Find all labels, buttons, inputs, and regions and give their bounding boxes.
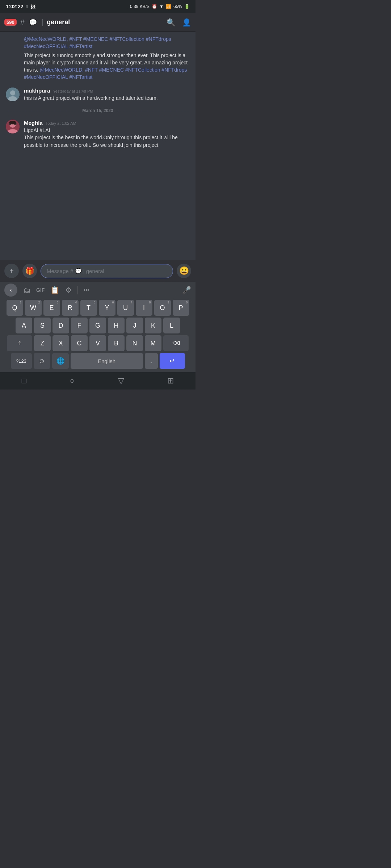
sticker-icon[interactable]: 🗂 <box>23 286 30 294</box>
avatar-img <box>6 88 20 101</box>
key-l[interactable]: L <box>163 318 180 333</box>
message-content: Meghla Today at 1:02 AM LigoAI #LAI This… <box>24 120 190 149</box>
globe-key[interactable]: 🌐 <box>52 353 69 369</box>
message-content: mukhpura Yesterday at 11:48 PM this is A… <box>24 88 190 102</box>
divider-line <box>116 111 190 111</box>
key-s[interactable]: S <box>34 318 51 333</box>
key-r[interactable]: 4R <box>62 300 79 316</box>
gift-icon: 🎁 <box>25 267 34 275</box>
key-v[interactable]: V <box>89 335 106 351</box>
key-z[interactable]: Z <box>34 335 51 351</box>
mention: @MecNecWORLD, #NFT #MECNEC #NFTCollectio… <box>24 36 171 49</box>
key-n[interactable]: N <box>126 335 143 351</box>
profile-icon[interactable]: 👤 <box>182 18 191 27</box>
header-icons: 🔍 👤 <box>167 18 191 27</box>
shift-key[interactable]: ⇧ <box>7 335 32 351</box>
list-item: @MecNecWORLD, #NFT #MECNEC #NFTCollectio… <box>0 35 196 51</box>
back-icon: ‹ <box>10 287 12 293</box>
username: mukhpura <box>24 88 50 94</box>
status-time: 1:02:22 <box>6 4 23 9</box>
avatar <box>6 120 20 133</box>
clipboard-icon[interactable]: 📋 <box>50 286 59 294</box>
chat-area: @MecNecWORLD, #NFT #MECNEC #NFTCollectio… <box>0 32 196 260</box>
svg-point-1 <box>10 90 15 95</box>
space-key[interactable]: English <box>71 353 143 369</box>
list-item: This project is running smoothly and str… <box>0 51 196 82</box>
message-text: @MecNecWORLD, #NFT #MECNEC #NFTCollectio… <box>24 35 190 50</box>
message-header: Meghla Today at 1:02 AM <box>24 120 190 126</box>
keyboard-row-3: ⇧ Z X C V B N M ⌫ <box>1 335 194 351</box>
avatar-img <box>6 120 20 133</box>
gif-button[interactable]: GIF <box>36 287 45 293</box>
nav-home-icon[interactable]: ○ <box>70 376 75 386</box>
alarm-icon: ⏰ <box>152 4 157 9</box>
key-o[interactable]: 9O <box>154 300 171 316</box>
timestamp: Today at 1:02 AM <box>46 121 76 125</box>
key-u[interactable]: 7U <box>117 300 134 316</box>
keyboard-row-2: A S D F G H J K L <box>1 318 194 333</box>
key-y[interactable]: 6Y <box>99 300 115 316</box>
key-w[interactable]: 2W <box>25 300 42 316</box>
svg-point-8 <box>9 121 16 124</box>
num-key[interactable]: ?123 <box>11 353 32 369</box>
key-x[interactable]: X <box>52 335 69 351</box>
list-item: mukhpura Yesterday at 11:48 PM this is A… <box>0 85 196 104</box>
emoji-button[interactable]: 😀 <box>177 264 191 278</box>
search-icon[interactable]: 🔍 <box>167 18 176 27</box>
key-t[interactable]: 5T <box>80 300 97 316</box>
mic-icon[interactable]: 🎤 <box>182 286 191 294</box>
key-g[interactable]: G <box>89 318 106 333</box>
key-k[interactable]: K <box>145 318 161 333</box>
key-q[interactable]: 1Q <box>7 300 23 316</box>
message-text: This project is running smoothly and str… <box>24 52 190 81</box>
date-divider: March 15, 2023 <box>0 104 196 118</box>
nav-grid-icon[interactable]: ⊞ <box>167 376 174 386</box>
status-right: 0.39 KB/S ⏰ ▼ 📶 65% 🔋 <box>130 4 190 9</box>
status-bar: 1:02:22  🖼 0.39 KB/S ⏰ ▼ 📶 65% 🔋 <box>0 0 196 13</box>
plus-icon: + <box>9 267 14 275</box>
keyboard-back-button[interactable]: ‹ <box>4 284 17 297</box>
header: 590 # 💬 | general 🔍 👤 <box>0 13 196 32</box>
key-d[interactable]: D <box>52 318 69 333</box>
key-c[interactable]: C <box>71 335 88 351</box>
timestamp: Yesterday at 11:48 PM <box>53 89 93 93</box>
divider-icon: | <box>41 18 43 26</box>
hashtags: @MecNecWORLD, #NFT #MECNEC #NFTCollectio… <box>24 67 187 80</box>
channel-name: general <box>47 18 163 26</box>
key-j[interactable]: J <box>126 318 143 333</box>
emoji-icon: 😀 <box>179 266 189 276</box>
key-e[interactable]: 3E <box>43 300 60 316</box>
enter-key[interactable]: ↵ <box>160 353 185 369</box>
key-p[interactable]: 0P <box>173 300 189 316</box>
message-text: this is A great project with a hardworki… <box>24 94 190 102</box>
image-icon: 🖼 <box>31 4 35 9</box>
battery-icon: 🔋 <box>184 4 190 9</box>
add-button[interactable]: + <box>4 264 19 278</box>
nav-back-icon[interactable]: ▽ <box>118 376 124 386</box>
date-divider-text: March 15, 2023 <box>82 108 113 113</box>
network-speed: 0.39 KB/S <box>130 4 150 9</box>
key-f[interactable]: F <box>71 318 88 333</box>
nav-square-icon[interactable]: □ <box>22 376 26 386</box>
period-key[interactable]: . <box>145 353 158 369</box>
message-text: LigoAI #LAI This project is the best in … <box>24 127 190 149</box>
divider-line <box>6 111 79 111</box>
settings-icon[interactable]: ⚙ <box>65 286 72 294</box>
wifi-icon: ▼ <box>159 4 164 9</box>
emoji-keyboard-key[interactable]: ☺ <box>34 353 50 369</box>
key-b[interactable]: B <box>108 335 125 351</box>
nav-bar: □ ○ ▽ ⊞ <box>0 372 196 390</box>
more-button[interactable]: ••• <box>84 287 89 293</box>
message-input-area: + 🎁 😀 <box>0 260 196 282</box>
key-h[interactable]: H <box>108 318 125 333</box>
keyboard-toolbar: ‹ 🗂 GIF 📋 ⚙ ••• 🎤 <box>0 282 196 298</box>
gift-button[interactable]: 🎁 <box>22 264 37 278</box>
facebook-icon:  <box>26 4 28 9</box>
key-a[interactable]: A <box>16 318 32 333</box>
delete-key[interactable]: ⌫ <box>163 335 189 351</box>
key-m[interactable]: M <box>145 335 161 351</box>
message-input[interactable] <box>47 268 167 274</box>
keyboard: 1Q 2W 3E 4R 5T 6Y 7U 8I 9O 0P A S D F G … <box>0 298 196 372</box>
key-i[interactable]: 8I <box>136 300 152 316</box>
list-item: Meghla Today at 1:02 AM LigoAI #LAI This… <box>0 118 196 151</box>
